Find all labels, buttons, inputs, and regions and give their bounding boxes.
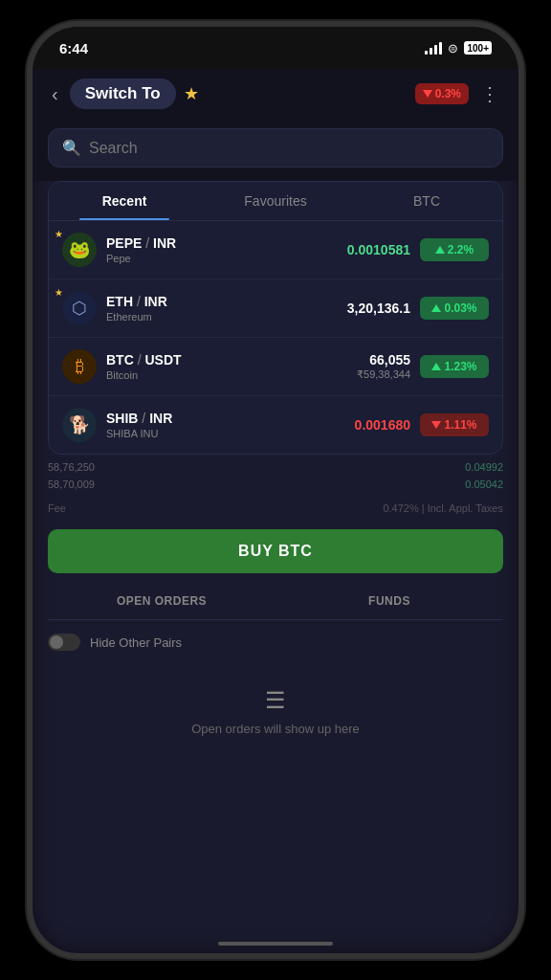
- eth-logo: ⬡: [62, 291, 97, 325]
- price-change-badge: 0.3%: [415, 83, 469, 104]
- shib-logo: 🐕: [62, 408, 97, 442]
- btc-change: 1.23%: [444, 360, 476, 373]
- pepe-info: PEPE / INR Pepe: [106, 235, 253, 264]
- search-input[interactable]: Search: [89, 140, 138, 157]
- btc-change-badge: 1.23%: [420, 355, 489, 378]
- status-bar: 6:44 ⊜ 100+: [33, 27, 518, 69]
- bottom-tabs: OPEN ORDERS FUNDS: [48, 583, 503, 620]
- eth-price: 3,20,136.1: [263, 301, 410, 316]
- shib-price: 0.001680: [263, 417, 410, 433]
- switch-to-button[interactable]: Switch To: [70, 78, 176, 109]
- btc-secondary-price: ₹59,38,344: [263, 368, 410, 381]
- eth-pair: ETH / INR: [106, 294, 253, 309]
- more-options-button[interactable]: ⋮: [476, 78, 503, 109]
- search-box[interactable]: 🔍 Search: [48, 128, 503, 167]
- up-triangle-icon: [431, 363, 441, 370]
- hide-pairs-toggle[interactable]: [48, 634, 80, 651]
- status-time: 6:44: [59, 40, 88, 56]
- orders-empty-text: Open orders will show up here: [48, 722, 503, 736]
- pepe-pair: PEPE / INR: [106, 235, 253, 251]
- pepe-change: 2.2%: [448, 243, 474, 256]
- toggle-label: Hide Other Pairs: [90, 635, 182, 650]
- bg-cell-3: 58,70,009: [48, 479, 95, 490]
- eth-change: 0.03%: [444, 301, 476, 315]
- bg-table-row-1: 58,76,250 0.04992: [48, 458, 503, 476]
- orders-empty-icon: ☰: [48, 687, 503, 714]
- search-container: 🔍 Search: [33, 119, 518, 181]
- pepe-change-badge: 2.2%: [420, 238, 489, 261]
- shib-change: 1.11%: [444, 418, 476, 432]
- coin-row-shib[interactable]: 🐕 SHIB / INR SHIBA INU 0.001680 1.11%: [49, 396, 502, 454]
- shib-info: SHIB / INR SHIBA INU: [106, 411, 253, 439]
- change-value: 0.3%: [435, 87, 461, 100]
- shib-name: SHIBA INU: [106, 428, 253, 439]
- btc-info: BTC / USDT Bitcoin: [106, 352, 253, 381]
- star-indicator-pepe: ★: [55, 229, 63, 239]
- search-icon: 🔍: [62, 139, 81, 157]
- down-triangle-icon: [431, 421, 441, 429]
- eth-change-badge: 0.03%: [420, 297, 489, 320]
- tab-favourites[interactable]: Favourites: [200, 182, 351, 220]
- coin-tabs: Recent Favourites BTC: [49, 182, 502, 221]
- btc-name: Bitcoin: [106, 369, 253, 381]
- pepe-name: Pepe: [106, 253, 253, 264]
- background-table: 58,76,250 0.04992 58,70,009 0.05042: [33, 455, 518, 497]
- signal-icon: [425, 41, 442, 55]
- shib-change-badge: 1.11%: [420, 413, 489, 436]
- tab-open-orders[interactable]: OPEN ORDERS: [48, 583, 276, 619]
- up-triangle-icon: [431, 304, 441, 312]
- fee-label: Fee: [48, 502, 66, 514]
- status-icons: ⊜ 100+: [425, 41, 492, 56]
- fee-row: Fee 0.472% | Incl. Appl. Taxes: [33, 497, 518, 520]
- shib-pair: SHIB / INR: [106, 411, 253, 426]
- buy-button[interactable]: BUY BTC: [48, 529, 503, 573]
- coin-row-eth[interactable]: ★ ⬡ ETH / INR Ethereum 3,20,136.1 0.03%: [49, 279, 502, 338]
- orders-empty-state: ☰ Open orders will show up here: [33, 664, 518, 759]
- toggle-knob: [50, 635, 63, 649]
- star-indicator-eth: ★: [55, 287, 63, 298]
- coin-selector-panel: Recent Favourites BTC ★ 🐸 PEPE / INR Pep…: [48, 181, 503, 455]
- btc-price-area: 66,055 ₹59,38,344: [263, 352, 410, 381]
- bg-cell-4: 0.05042: [465, 479, 503, 490]
- top-nav: ‹ Switch To ★ 0.3% ⋮: [33, 69, 518, 119]
- toggle-row: Hide Other Pairs: [33, 620, 518, 664]
- favorite-star-icon[interactable]: ★: [184, 83, 199, 104]
- eth-info: ETH / INR Ethereum: [106, 294, 253, 323]
- home-indicator: [218, 942, 333, 946]
- coin-row-pepe[interactable]: ★ 🐸 PEPE / INR Pepe 0.0010581 2.2%: [49, 221, 502, 279]
- eth-price-area: 3,20,136.1: [263, 301, 410, 316]
- tab-recent[interactable]: Recent: [49, 182, 200, 220]
- btc-pair: BTC / USDT: [106, 352, 253, 368]
- back-button[interactable]: ‹: [48, 79, 62, 109]
- down-triangle-icon: [423, 90, 432, 98]
- bg-table-row-2: 58,70,009 0.05042: [48, 476, 503, 493]
- btc-price: 66,055: [263, 352, 410, 368]
- btc-logo: ₿: [62, 349, 97, 384]
- bg-cell-1: 58,76,250: [48, 461, 95, 473]
- battery-icon: 100+: [464, 41, 492, 55]
- coin-row-btc[interactable]: ₿ BTC / USDT Bitcoin 66,055 ₹59,38,344 1…: [49, 338, 502, 396]
- shib-price-area: 0.001680: [263, 417, 410, 433]
- up-triangle-icon: [435, 246, 445, 254]
- fee-value: 0.472% | Incl. Appl. Taxes: [383, 502, 503, 514]
- pepe-logo: 🐸: [62, 233, 97, 267]
- pepe-price-area: 0.0010581: [263, 242, 410, 257]
- tab-funds[interactable]: FUNDS: [276, 583, 503, 619]
- wifi-icon: ⊜: [448, 41, 458, 56]
- pepe-price: 0.0010581: [263, 242, 410, 257]
- tab-btc[interactable]: BTC: [351, 182, 502, 220]
- eth-name: Ethereum: [106, 311, 253, 323]
- bg-cell-2: 0.04992: [465, 461, 503, 473]
